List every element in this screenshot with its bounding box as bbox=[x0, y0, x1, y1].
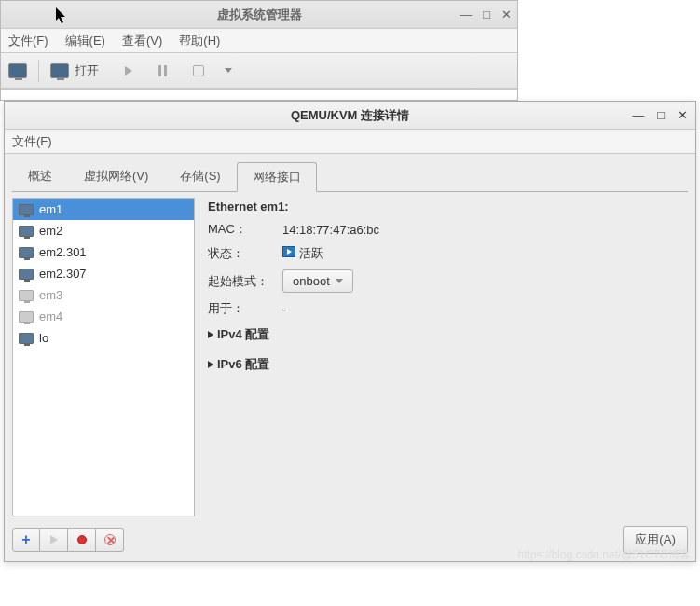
triangle-right-icon bbox=[208, 361, 213, 368]
play-icon[interactable] bbox=[125, 66, 132, 76]
list-item[interactable]: em2.301 bbox=[13, 241, 194, 263]
mac-label: MAC： bbox=[208, 221, 282, 238]
stop-icon bbox=[77, 535, 87, 544]
back-menubar: 文件(F) 编辑(E) 查看(V) 帮助(H) bbox=[1, 29, 517, 53]
interface-name: em2 bbox=[39, 224, 62, 238]
detail-title: Ethernet em1: bbox=[208, 200, 682, 213]
menu-edit[interactable]: 编辑(E) bbox=[65, 33, 105, 49]
tab-overview[interactable]: 概述 bbox=[12, 161, 68, 191]
interface-name: em2.307 bbox=[39, 267, 87, 281]
delete-icon bbox=[104, 534, 116, 545]
usedby-value: - bbox=[282, 302, 286, 316]
cursor-icon bbox=[56, 7, 69, 24]
startmode-label: 起始模式： bbox=[208, 273, 282, 290]
delete-button[interactable] bbox=[96, 528, 124, 552]
close-icon[interactable]: ✕ bbox=[678, 108, 688, 122]
back-title: 虚拟系统管理器 bbox=[217, 7, 302, 23]
list-item[interactable]: em4 bbox=[13, 306, 194, 327]
maximize-icon[interactable]: □ bbox=[483, 7, 490, 21]
play-icon bbox=[50, 535, 58, 544]
ipv4-expander[interactable]: IPv4 配置 bbox=[208, 326, 682, 343]
status-play-icon bbox=[282, 246, 295, 257]
tabs: 概述 虚拟网络(V) 存储(S) 网络接口 bbox=[5, 154, 695, 191]
tab-storage[interactable]: 存储(S) bbox=[164, 161, 236, 191]
list-item[interactable]: lo bbox=[13, 327, 194, 349]
menu-help[interactable]: 帮助(H) bbox=[179, 33, 220, 49]
monitor-icon bbox=[19, 290, 34, 301]
ipv4-label: IPv4 配置 bbox=[217, 326, 269, 343]
new-vm-icon[interactable] bbox=[8, 63, 27, 78]
monitor-icon bbox=[19, 204, 34, 215]
tab-network-interfaces[interactable]: 网络接口 bbox=[237, 162, 317, 192]
mac-value: 14:18:77:47:a6:bc bbox=[282, 223, 379, 237]
monitor-icon bbox=[19, 247, 34, 258]
detail-panel: Ethernet em1: MAC： 14:18:77:47:a6:bc 状态：… bbox=[202, 198, 688, 516]
list-item[interactable]: em3 bbox=[13, 284, 194, 306]
menu-view[interactable]: 查看(V) bbox=[122, 33, 162, 49]
ipv6-expander[interactable]: IPv6 配置 bbox=[208, 356, 682, 373]
tab-virtual-networks[interactable]: 虚拟网络(V) bbox=[68, 161, 164, 191]
startmode-value: onboot bbox=[293, 274, 330, 288]
list-item[interactable]: em1 bbox=[13, 199, 194, 220]
interface-list[interactable]: em1 em2 em2.301 em2.307 em3 em4 lo bbox=[12, 198, 195, 516]
front-title: QEMU/KVM 连接详情 bbox=[291, 107, 409, 124]
virt-manager-window: 虚拟系统管理器 — □ ✕ 文件(F) 编辑(E) 查看(V) 帮助(H) 打开 bbox=[0, 0, 518, 101]
monitor-icon bbox=[50, 63, 69, 78]
ipv6-label: IPv6 配置 bbox=[217, 356, 269, 373]
interface-name: em3 bbox=[39, 288, 62, 302]
menu-file[interactable]: 文件(F) bbox=[12, 133, 52, 150]
list-item[interactable]: em2.307 bbox=[13, 263, 194, 284]
status-value: 活跃 bbox=[282, 245, 323, 262]
status-label: 状态： bbox=[208, 245, 282, 262]
apply-button[interactable]: 应用(A) bbox=[623, 526, 688, 554]
monitor-icon bbox=[19, 226, 34, 237]
list-item[interactable]: em2 bbox=[13, 220, 194, 241]
monitor-icon bbox=[19, 333, 34, 344]
triangle-right-icon bbox=[208, 331, 213, 338]
start-button[interactable] bbox=[40, 528, 68, 552]
dropdown-icon[interactable] bbox=[225, 68, 232, 73]
open-button[interactable]: 打开 bbox=[50, 62, 99, 79]
front-titlebar: QEMU/KVM 连接详情 — □ ✕ bbox=[5, 102, 695, 130]
interface-name: em1 bbox=[39, 202, 62, 216]
close-icon[interactable]: ✕ bbox=[501, 7, 512, 21]
pause-icon[interactable] bbox=[158, 65, 167, 76]
startmode-combo[interactable]: onboot bbox=[282, 269, 353, 293]
usedby-label: 用于： bbox=[208, 300, 282, 317]
maximize-icon[interactable]: □ bbox=[657, 108, 665, 122]
minimize-icon[interactable]: — bbox=[632, 108, 644, 122]
bottom-bar: + 应用(A) bbox=[5, 520, 695, 561]
front-menubar: 文件(F) bbox=[5, 130, 695, 154]
minimize-icon[interactable]: — bbox=[460, 7, 472, 21]
connection-details-window: QEMU/KVM 连接详情 — □ ✕ 文件(F) 概述 虚拟网络(V) 存储(… bbox=[4, 101, 696, 562]
monitor-icon bbox=[19, 269, 34, 280]
power-icon[interactable] bbox=[193, 65, 204, 76]
stop-button[interactable] bbox=[68, 528, 96, 552]
separator bbox=[38, 60, 39, 82]
interface-name: lo bbox=[39, 331, 48, 345]
plus-icon: + bbox=[21, 531, 30, 548]
add-button[interactable]: + bbox=[12, 528, 40, 552]
back-toolbar: 打开 bbox=[1, 53, 517, 89]
open-label: 打开 bbox=[75, 62, 99, 79]
back-content-strip bbox=[1, 89, 517, 100]
back-titlebar: 虚拟系统管理器 — □ ✕ bbox=[1, 1, 517, 29]
interface-name: em4 bbox=[39, 310, 62, 324]
menu-file[interactable]: 文件(F) bbox=[8, 33, 48, 49]
chevron-down-icon bbox=[336, 279, 343, 283]
monitor-icon bbox=[19, 311, 34, 323]
interface-name: em2.301 bbox=[39, 245, 87, 259]
